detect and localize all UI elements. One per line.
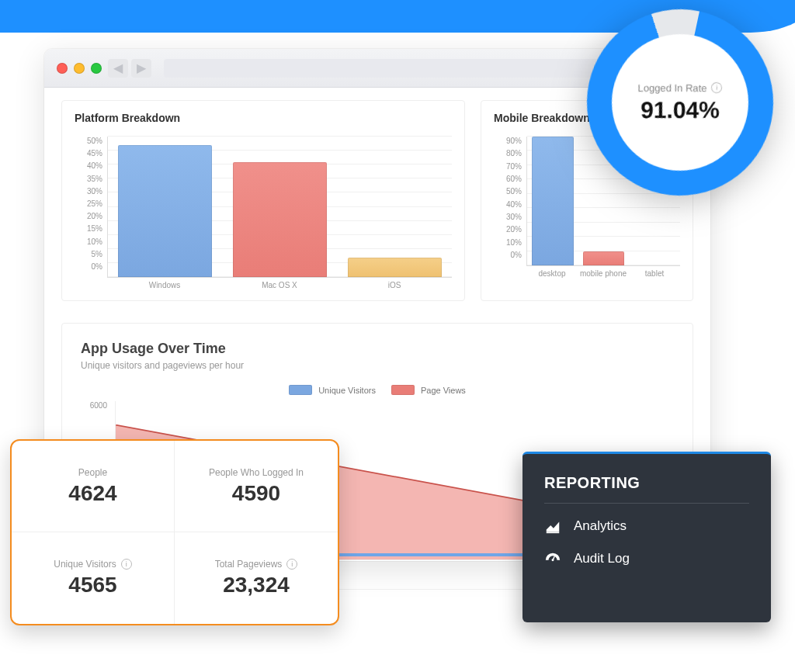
- bar-slot: [223, 137, 338, 277]
- nav-forward-button[interactable]: ▶: [131, 59, 151, 78]
- xtick: tablet: [629, 266, 680, 278]
- bar-slot: [527, 137, 578, 265]
- stat-label: Total Pageviewsi: [215, 559, 298, 570]
- menu-audit-log[interactable]: Audit Log: [544, 550, 749, 567]
- menu-label: Audit Log: [574, 551, 630, 566]
- legend-label-a: Unique Visitors: [318, 386, 376, 395]
- bar: [118, 145, 212, 277]
- stat-people-logged-in: People Who Logged In 4590: [175, 441, 338, 532]
- gauge-icon: [544, 550, 561, 567]
- usage-legend: Unique Visitors Page Views: [81, 385, 674, 395]
- login-rate-label: Logged In Rate i: [638, 82, 723, 94]
- xtick: iOS: [337, 278, 452, 289]
- legend-unique-visitors: Unique Visitors: [289, 385, 376, 395]
- xtick: Windows: [107, 278, 222, 289]
- legend-label-b: Page Views: [421, 386, 466, 395]
- swatch-red: [391, 385, 415, 395]
- bar: [233, 162, 327, 277]
- xtick: desktop: [526, 266, 578, 278]
- window-traffic-lights: [57, 63, 102, 74]
- minimize-icon[interactable]: [74, 63, 85, 74]
- xtick: Mac OS X: [222, 278, 337, 289]
- xtick: mobile phone: [578, 266, 629, 278]
- reporting-title: REPORTING: [544, 474, 749, 504]
- platform-title: Platform Breakdown: [75, 112, 452, 124]
- stat-label: People Who Logged In: [209, 467, 304, 478]
- maximize-icon[interactable]: [91, 63, 102, 74]
- info-icon[interactable]: i: [286, 559, 297, 570]
- stat-unique-visitors: Unique Visitorsi 4565: [12, 532, 175, 624]
- usage-title: App Usage Over Time: [81, 341, 674, 357]
- bar: [532, 137, 574, 265]
- menu-label: Analytics: [574, 518, 627, 534]
- bar-slot: [108, 137, 223, 277]
- legend-page-views: Page Views: [391, 385, 466, 395]
- menu-analytics[interactable]: Analytics: [544, 518, 749, 535]
- stat-value: 23,324: [223, 573, 290, 598]
- bar: [348, 258, 442, 277]
- close-icon[interactable]: [57, 63, 68, 74]
- platform-breakdown-card: Platform Breakdown 50%45%40%35%30%25%20%…: [61, 100, 465, 301]
- bar: [583, 251, 625, 265]
- area-chart-icon: [544, 518, 561, 535]
- stat-people: People 4624: [12, 441, 175, 532]
- stat-label: People: [78, 467, 107, 478]
- stats-summary-card: People 4624 People Who Logged In 4590 Un…: [10, 439, 339, 625]
- bar-slot: [337, 137, 452, 277]
- info-icon[interactable]: i: [711, 82, 722, 93]
- reporting-panel: REPORTING Analytics Audit Log: [522, 452, 771, 622]
- stat-total-pageviews: Total Pageviewsi 23,324: [175, 532, 338, 624]
- info-icon[interactable]: i: [121, 559, 132, 570]
- login-rate-value: 91.04%: [641, 97, 720, 123]
- stat-value: 4624: [68, 481, 116, 506]
- usage-ytick: 6000: [81, 401, 112, 410]
- usage-subtitle: Unique visitors and pageviews per hour: [81, 360, 674, 371]
- stat-value: 4565: [68, 573, 116, 598]
- stat-label: Unique Visitorsi: [54, 559, 131, 570]
- swatch-blue: [289, 385, 312, 395]
- nav-back-button[interactable]: ◀: [108, 59, 128, 78]
- stat-value: 4590: [232, 481, 280, 506]
